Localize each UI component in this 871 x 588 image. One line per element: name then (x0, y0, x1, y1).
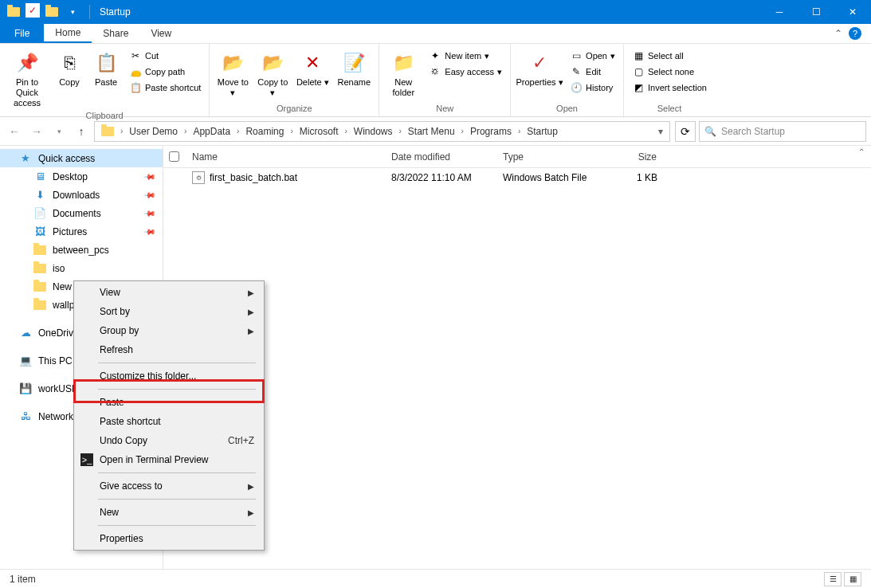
back-button[interactable]: ← (5, 122, 24, 141)
nav-pictures[interactable]: 🖼Pictures📌 (0, 222, 163, 241)
breadcrumb-item[interactable]: Programs (467, 124, 515, 139)
copy-button[interactable]: ⎘ Copy (53, 47, 86, 88)
usb-icon: 💾 (19, 382, 32, 395)
nav-quick-access[interactable]: ★Quick access (0, 149, 163, 167)
nav-documents[interactable]: 📄Documents📌 (0, 204, 163, 222)
ctx-properties[interactable]: Properties (76, 529, 262, 548)
forward-button[interactable]: → (27, 122, 46, 141)
edit-button[interactable]: ✎Edit (567, 65, 618, 79)
pc-icon: 💻 (19, 355, 32, 367)
move-to-button[interactable]: 📂 Move to ▾ (214, 47, 251, 98)
tab-share[interactable]: Share (92, 24, 139, 43)
breadcrumb-item[interactable]: Startup (524, 124, 561, 139)
rename-button[interactable]: 📝 Rename (334, 47, 374, 88)
file-type: Windows Batch File (496, 172, 600, 183)
paste-shortcut-button[interactable]: 📋Paste shortcut (126, 80, 204, 95)
invert-selection-button[interactable]: ◩Invert selection (629, 80, 710, 95)
breadcrumb-box[interactable]: › User Demo› AppData› Roaming› Microsoft… (94, 121, 670, 142)
help-icon[interactable]: ? (849, 27, 861, 40)
tab-home[interactable]: Home (44, 24, 92, 43)
edit-icon: ✎ (570, 65, 583, 78)
newitem-icon: ✦ (429, 49, 441, 62)
qat-folder-icon[interactable] (5, 3, 22, 21)
history-icon: 🕘 (570, 81, 583, 94)
downloads-icon: ⬇ (33, 189, 46, 202)
minimize-button[interactable]: ─ (761, 0, 798, 24)
rename-icon: 📝 (341, 50, 367, 76)
close-button[interactable]: ✕ (834, 0, 871, 24)
qat-folder2-icon[interactable] (43, 3, 61, 21)
col-size[interactable]: Size (600, 151, 664, 163)
breadcrumb-root-icon[interactable] (98, 125, 117, 138)
copy-path-button[interactable]: 👝Copy path (126, 65, 204, 79)
qat-dropdown-icon[interactable]: ▾ (64, 3, 81, 21)
search-placeholder: Search Startup (721, 126, 785, 137)
copy-to-button[interactable]: 📂 Copy to ▾ (254, 47, 291, 98)
qat-checkbox-icon[interactable]: ✓ (26, 3, 40, 18)
ctx-undo-copy[interactable]: Undo CopyCtrl+Z (76, 431, 262, 450)
breadcrumb-item[interactable]: AppData (190, 124, 233, 139)
pin-to-quick-access-button[interactable]: 📌 Pin to Quick access (5, 47, 49, 109)
col-date[interactable]: Date modified (385, 151, 496, 163)
ctx-view[interactable]: View▶ (76, 283, 262, 302)
ctx-shortcut: Ctrl+Z (228, 435, 254, 446)
view-details-button[interactable]: ☰ (824, 572, 842, 586)
ctx-new[interactable]: New▶ (76, 503, 262, 522)
ctx-paste[interactable]: Paste (76, 393, 262, 412)
address-dropdown-icon[interactable]: ▾ (655, 126, 666, 137)
paste-button[interactable]: 📋 Paste (89, 47, 123, 88)
file-size: 1 KB (600, 172, 664, 183)
status-bar: 1 item ☰ ▦ (0, 569, 871, 588)
tab-view[interactable]: View (139, 24, 182, 43)
breadcrumb-item[interactable]: Start Menu (405, 124, 458, 139)
group-clipboard-label: Clipboard (5, 109, 204, 122)
recent-dropdown[interactable]: ▾ (49, 122, 69, 141)
ctx-give-access[interactable]: Give access to▶ (76, 476, 262, 496)
ctx-paste-shortcut[interactable]: Paste shortcut (76, 412, 262, 431)
collapse-column-icon[interactable]: ⌃ (858, 147, 865, 156)
breadcrumb-item[interactable]: User Demo (126, 124, 181, 139)
nav-between-pcs[interactable]: between_pcs (0, 241, 163, 259)
properties-button[interactable]: ✓ Properties ▾ (516, 47, 563, 88)
nav-downloads[interactable]: ⬇Downloads📌 (0, 186, 163, 204)
ctx-refresh[interactable]: Refresh (76, 340, 262, 359)
chevron-right-icon: ▶ (248, 482, 254, 491)
ctx-sort-by[interactable]: Sort by▶ (76, 302, 262, 321)
cut-icon: ✂ (129, 49, 142, 62)
breadcrumb-item[interactable]: Microsoft (296, 124, 342, 139)
ctx-open-terminal[interactable]: >_Open in Terminal Preview (76, 450, 262, 469)
select-none-button[interactable]: ▢Select none (629, 65, 710, 79)
cut-button[interactable]: ✂Cut (126, 49, 204, 63)
nav-desktop[interactable]: 🖥Desktop📌 (0, 167, 163, 186)
refresh-button[interactable]: ⟳ (675, 121, 696, 142)
chevron-right-icon[interactable]: › (119, 127, 124, 135)
nav-iso[interactable]: iso (0, 259, 163, 277)
view-large-button[interactable]: ▦ (844, 572, 861, 586)
pin-icon: 📌 (143, 188, 156, 201)
maximize-button[interactable]: ☐ (798, 0, 834, 24)
file-row[interactable]: ⚙first_basic_batch.bat 8/3/2022 11:10 AM… (163, 168, 871, 187)
breadcrumb-item[interactable]: Roaming (242, 124, 287, 139)
easy-access-button[interactable]: ⛭Easy access ▾ (426, 65, 505, 79)
open-button[interactable]: ▭Open ▾ (567, 49, 618, 63)
col-type[interactable]: Type (496, 151, 600, 163)
select-all-checkbox[interactable] (169, 151, 179, 162)
tab-file[interactable]: File (0, 24, 44, 43)
chevron-right-icon: ▶ (248, 327, 254, 335)
col-name[interactable]: Name (186, 151, 385, 163)
pictures-icon: 🖼 (33, 225, 46, 238)
new-item-button[interactable]: ✦New item ▾ (426, 49, 505, 63)
delete-button[interactable]: ✕ Delete ▾ (294, 47, 331, 88)
select-all-button[interactable]: ▦Select all (629, 49, 710, 63)
copyto-icon: 📂 (260, 50, 285, 76)
history-button[interactable]: 🕘History (567, 80, 618, 95)
group-open-label: Open (516, 102, 618, 115)
up-button[interactable]: ↑ (72, 122, 91, 141)
new-folder-button[interactable]: 📁 New folder (384, 47, 422, 98)
breadcrumb-item[interactable]: Windows (351, 124, 396, 139)
ctx-customize[interactable]: Customize this folder... (76, 367, 262, 386)
ctx-group-by[interactable]: Group by▶ (76, 321, 262, 340)
collapse-ribbon-icon[interactable]: ⌃ (834, 28, 842, 39)
search-input[interactable]: 🔍 Search Startup (699, 121, 866, 142)
copy-icon: ⎘ (57, 50, 82, 76)
